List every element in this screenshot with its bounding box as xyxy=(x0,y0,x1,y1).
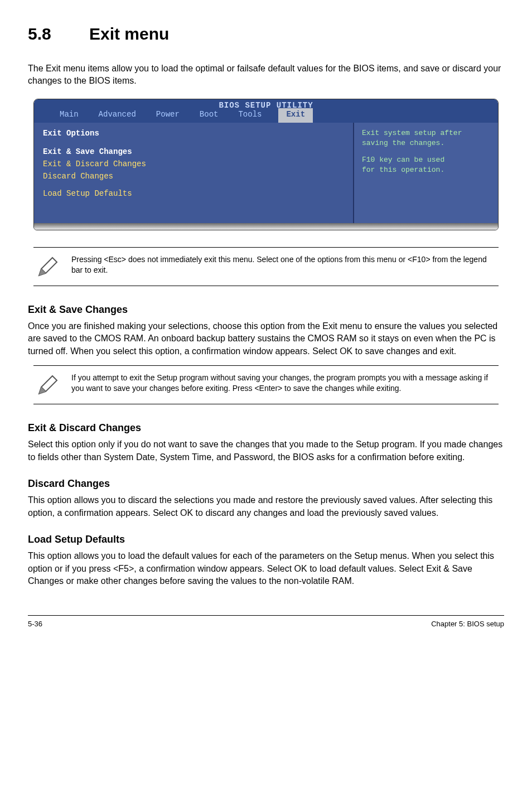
page-heading: 5.8Exit menu xyxy=(28,22,504,46)
intro-paragraph: The Exit menu items allow you to load th… xyxy=(28,62,504,88)
paragraph: Select this option only if you do not wa… xyxy=(28,438,504,463)
chapter-label: Chapter 5: BIOS setup xyxy=(431,619,504,629)
bios-help-pane: Exit system setup after saving the chang… xyxy=(354,123,498,223)
note-box: Pressing <Esc> does not immediately exit… xyxy=(33,247,499,286)
note-text: If you attempt to exit the Setup program… xyxy=(71,373,496,394)
page-number: 5-36 xyxy=(28,619,42,629)
subheading-exit-save: Exit & Save Changes xyxy=(28,303,504,317)
subheading-load-defaults: Load Setup Defaults xyxy=(28,533,504,547)
bios-help-text: Exit system setup after saving the chang… xyxy=(362,128,490,148)
bios-option: Discard Changes xyxy=(43,171,344,182)
subheading-exit-discard: Exit & Discard Changes xyxy=(28,421,504,435)
bios-option: Load Setup Defaults xyxy=(43,189,344,200)
bios-body: Exit Options Exit & Save Changes Exit & … xyxy=(34,123,498,223)
pencil-icon xyxy=(36,254,60,279)
bios-help-text: F10 key can be used for this operation. xyxy=(362,155,490,175)
bios-title: BIOS SETUP UTILITY xyxy=(34,100,498,112)
bios-header: BIOS SETUP UTILITY Main Advanced Power B… xyxy=(34,99,498,123)
bios-option: Exit & Save Changes xyxy=(43,147,344,158)
paragraph: This option allows you to discard the se… xyxy=(28,494,504,519)
bios-section-label: Exit Options xyxy=(43,128,344,139)
bios-screenshot: BIOS SETUP UTILITY Main Advanced Power B… xyxy=(33,99,499,230)
bios-option: Exit & Discard Changes xyxy=(43,159,344,170)
pencil-icon xyxy=(36,373,60,397)
bios-shadow xyxy=(34,223,498,230)
paragraph: Once you are finished making your select… xyxy=(28,320,504,357)
note-box: If you attempt to exit the Setup program… xyxy=(33,365,499,404)
subheading-discard: Discard Changes xyxy=(28,477,504,491)
section-title: Exit menu xyxy=(89,25,169,43)
page-footer: 5-36 Chapter 5: BIOS setup xyxy=(28,615,504,629)
paragraph: This option allows you to load the defau… xyxy=(28,550,504,587)
section-number: 5.8 xyxy=(28,22,89,46)
bios-left-pane: Exit Options Exit & Save Changes Exit & … xyxy=(34,123,354,223)
note-text: Pressing <Esc> does not immediately exit… xyxy=(71,254,496,276)
